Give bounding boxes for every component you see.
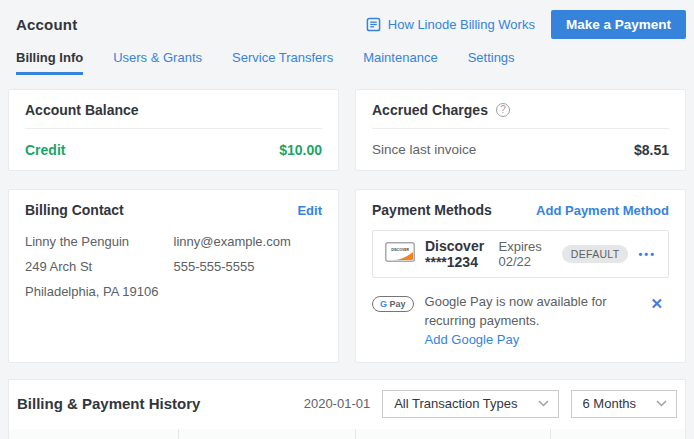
account-balance-row: Credit $10.00 (25, 142, 322, 158)
how-billing-works-link[interactable]: How Linode Billing Works (366, 17, 535, 32)
transaction-type-select[interactable]: All Transaction Types (382, 390, 558, 418)
close-icon[interactable]: ✕ (644, 293, 669, 315)
payment-method-expiry: Expires 02/22 (498, 239, 541, 269)
billing-contact-header: Billing Contact Edit (25, 202, 322, 218)
tab-service-transfers[interactable]: Service Transfers (232, 50, 333, 75)
summary-cards-row: Account Balance Credit $10.00 Accrued Ch… (8, 89, 686, 171)
contact-address2: Philadelphia, PA 19106 (25, 284, 174, 299)
column-header-description[interactable]: Description (9, 429, 178, 439)
payment-method-row: DISCOVER Discover ****1234 Expires 02/22… (372, 230, 669, 278)
contact-email: linny@example.com (174, 234, 323, 249)
page-header: Account How Linode Billing Works Make a … (0, 0, 694, 38)
account-tabs: Billing Info Users & Grants Service Tran… (0, 50, 694, 75)
transaction-type-value: All Transaction Types (394, 396, 517, 411)
tab-billing-info[interactable]: Billing Info (16, 50, 83, 75)
chevron-down-icon (538, 400, 549, 407)
tab-maintenance[interactable]: Maintenance (363, 50, 437, 75)
google-pay-text: Google Pay is now available for recurrin… (425, 293, 634, 350)
svg-text:DISCOVER: DISCOVER (391, 248, 409, 252)
divider (25, 128, 322, 129)
divider (372, 128, 669, 129)
accrued-charges-title-row: Accrued Charges ? (372, 102, 669, 118)
billing-history-panel: Billing & Payment History 2020-01-01 All… (8, 379, 686, 439)
billing-history-controls: 2020-01-01 All Transaction Types 6 Month… (304, 390, 677, 418)
accrued-charges-title: Accrued Charges (372, 102, 488, 118)
help-link-label: How Linode Billing Works (388, 17, 535, 32)
make-payment-button[interactable]: Make a Payment (551, 10, 686, 39)
contact-name: Linny the Penguin (25, 234, 174, 249)
payment-methods-header: Payment Methods Add Payment Method (372, 202, 669, 218)
chevron-down-icon (656, 400, 667, 407)
range-select[interactable]: 6 Months (571, 390, 677, 418)
balance-label: Credit (25, 142, 65, 158)
detail-cards-row: Billing Contact Edit Linny the Penguin 2… (8, 189, 686, 363)
account-page: Account How Linode Billing Works Make a … (0, 0, 694, 439)
accrued-charges-row: Since last invoice $8.51 (372, 142, 669, 158)
account-balance-card: Account Balance Credit $10.00 (8, 89, 339, 171)
help-icon[interactable]: ? (496, 103, 510, 117)
balance-amount: $10.00 (279, 142, 322, 158)
accrued-amount: $8.51 (634, 142, 669, 158)
column-header-amount[interactable]: Amount (355, 429, 550, 439)
contact-address-column: Linny the Penguin 249 Arch St Philadelph… (25, 234, 174, 309)
accrued-charges-card: Accrued Charges ? Since last invoice $8.… (355, 89, 686, 171)
billing-history-table: Description Date Amount Invoice #0001234… (9, 429, 685, 439)
payment-method-label: Discover ****1234 (425, 238, 486, 270)
accrued-label: Since last invoice (372, 142, 476, 158)
payment-method-menu-icon[interactable]: ••• (638, 248, 656, 260)
billing-contact-title: Billing Contact (25, 202, 124, 218)
table-header-row: Description Date Amount (9, 429, 685, 439)
range-value: 6 Months (583, 396, 636, 411)
column-header-actions (550, 429, 685, 439)
document-icon (366, 17, 381, 32)
tab-settings[interactable]: Settings (468, 50, 515, 75)
payment-methods-card: Payment Methods Add Payment Method DISCO… (355, 189, 686, 363)
column-header-date[interactable]: Date (178, 429, 355, 439)
edit-contact-link[interactable]: Edit (297, 203, 322, 218)
add-google-pay-link[interactable]: Add Google Pay (425, 332, 520, 347)
default-badge: DEFAULT (562, 245, 629, 263)
account-balance-title: Account Balance (25, 102, 322, 118)
contact-details: Linny the Penguin 249 Arch St Philadelph… (25, 234, 322, 309)
billing-history-header: Billing & Payment History 2020-01-01 All… (9, 380, 685, 418)
tab-users-grants[interactable]: Users & Grants (113, 50, 202, 75)
discover-card-icon: DISCOVER (385, 242, 415, 266)
payment-methods-title: Payment Methods (372, 202, 492, 218)
google-pay-icon: G Pay (372, 296, 414, 312)
google-pay-banner: G Pay Google Pay is now available for re… (372, 293, 669, 350)
contact-address1: 249 Arch St (25, 259, 174, 274)
billing-history-title: Billing & Payment History (17, 395, 200, 412)
contact-phone: 555-555-5555 (174, 259, 323, 274)
google-pay-message: Google Pay is now available for recurrin… (425, 293, 634, 331)
header-actions: How Linode Billing Works Make a Payment (366, 10, 686, 39)
date-filter[interactable]: 2020-01-01 (304, 396, 371, 411)
page-title: Account (16, 16, 77, 33)
contact-reach-column: linny@example.com 555-555-5555 (174, 234, 323, 309)
billing-contact-card: Billing Contact Edit Linny the Penguin 2… (8, 189, 339, 363)
add-payment-method-link[interactable]: Add Payment Method (536, 203, 669, 218)
